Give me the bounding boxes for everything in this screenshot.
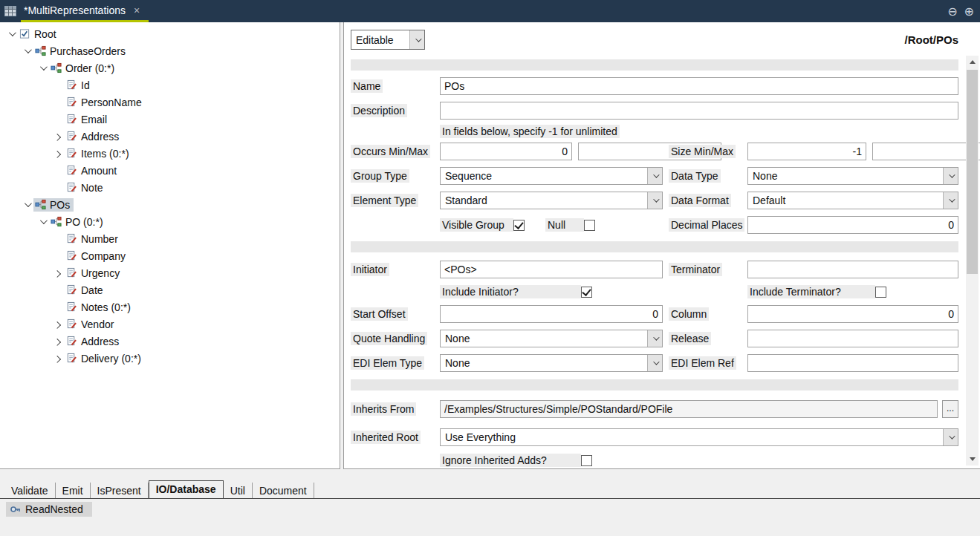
field-icon xyxy=(66,284,77,295)
quote-handling-select[interactable]: None xyxy=(440,330,663,347)
scrollbar-thumb[interactable] xyxy=(967,70,978,274)
tree-item-personname[interactable]: PersonName xyxy=(0,94,340,111)
data-type-label: Data Type xyxy=(669,169,721,183)
chevron-down-icon[interactable] xyxy=(36,62,49,75)
size-max-input[interactable] xyxy=(872,143,980,160)
inherited-root-select[interactable]: Use Everything xyxy=(440,428,958,446)
edi-elem-ref-label: EDI Elem Ref xyxy=(669,356,736,370)
tree-item-root[interactable]: Root xyxy=(0,25,340,42)
scroll-up-button[interactable] xyxy=(966,56,979,68)
column-input[interactable] xyxy=(747,305,958,323)
field-icon xyxy=(66,131,77,142)
occurs-min-input[interactable] xyxy=(440,143,572,160)
edi-elem-type-select[interactable]: None xyxy=(440,354,663,372)
chevron-down-icon[interactable] xyxy=(4,27,18,41)
tree-item-company[interactable]: Company xyxy=(0,247,340,264)
tab-emit[interactable]: Emit xyxy=(56,483,91,498)
chevron-down-icon[interactable] xyxy=(647,168,662,184)
chevron-down-icon[interactable] xyxy=(20,198,33,212)
null-checkbox[interactable] xyxy=(584,220,595,231)
close-icon[interactable]: × xyxy=(134,4,140,16)
include-initiator-label: Include Initiator? xyxy=(440,285,581,298)
chevron-right-icon[interactable] xyxy=(51,130,65,143)
chevron-right-icon[interactable] xyxy=(51,352,65,365)
tree-item-items[interactable]: Items (0:*) xyxy=(0,145,340,162)
chevron-right-icon[interactable] xyxy=(51,318,65,331)
visible-group-checkbox[interactable] xyxy=(513,220,525,231)
function-key-icon xyxy=(10,503,22,515)
tab-document[interactable]: Document xyxy=(253,483,314,498)
field-icon xyxy=(66,318,77,330)
tree-item-address[interactable]: Address xyxy=(0,128,340,145)
release-input[interactable] xyxy=(747,330,958,347)
field-icon xyxy=(66,250,77,261)
field-icon xyxy=(66,353,77,364)
chevron-down-icon[interactable] xyxy=(943,168,958,184)
tab-io-database[interactable]: IO/Database xyxy=(149,480,224,499)
tree-item-vendor[interactable]: Vendor xyxy=(0,316,340,333)
scrollbar-track[interactable] xyxy=(966,68,979,453)
maximize-button[interactable]: ⊕ xyxy=(964,4,974,19)
tree-item-number[interactable]: Number xyxy=(0,230,340,247)
data-format-label: Data Format xyxy=(669,194,731,207)
chevron-right-icon[interactable] xyxy=(51,147,65,160)
chevron-down-icon[interactable] xyxy=(409,30,424,49)
terminator-input[interactable] xyxy=(747,261,958,278)
tree-item-amount[interactable]: Amount xyxy=(0,162,340,179)
tree-item-pos[interactable]: POs xyxy=(0,196,340,213)
field-icon xyxy=(66,336,77,347)
chevron-right-icon[interactable] xyxy=(51,267,65,280)
include-initiator-checkbox[interactable] xyxy=(581,287,592,298)
edi-elem-ref-input[interactable] xyxy=(747,354,958,372)
document-tab[interactable]: *MultiRepresentations × xyxy=(21,0,149,22)
minimize-button[interactable]: ⊖ xyxy=(947,4,957,19)
include-terminator-checkbox[interactable] xyxy=(875,287,886,298)
tab-ispresent[interactable]: IsPresent xyxy=(91,483,149,498)
tree-item-id[interactable]: Id xyxy=(0,76,340,94)
description-input[interactable] xyxy=(440,102,958,120)
chevron-down-icon[interactable] xyxy=(943,192,958,209)
chevron-down-icon[interactable] xyxy=(943,429,958,445)
initiator-input[interactable] xyxy=(440,261,663,278)
section-divider xyxy=(351,59,958,71)
chevron-down-icon[interactable] xyxy=(647,355,662,371)
release-label: Release xyxy=(669,332,711,345)
name-input[interactable] xyxy=(440,77,958,95)
field-icon xyxy=(66,301,77,313)
editable-select[interactable]: Editable xyxy=(351,30,425,50)
decimal-places-input[interactable] xyxy=(747,216,958,234)
group-type-select[interactable]: Sequence xyxy=(440,167,663,185)
tab-validate[interactable]: Validate xyxy=(4,483,56,498)
chevron-right-icon[interactable] xyxy=(51,335,65,348)
chevron-down-icon[interactable] xyxy=(647,192,662,209)
tree-item-note[interactable]: Note xyxy=(0,179,340,196)
tree-item-date[interactable]: Date xyxy=(0,281,340,298)
element-type-select[interactable]: Standard xyxy=(440,192,663,209)
scroll-down-button[interactable] xyxy=(966,453,979,465)
chevron-down-icon[interactable] xyxy=(36,215,49,229)
tree-item-purchaseorders[interactable]: PurchaseOrders xyxy=(0,42,340,59)
browse-button[interactable]: ... xyxy=(942,400,958,418)
size-min-max-label: Size Min/Max xyxy=(669,145,736,158)
data-format-select[interactable]: Default xyxy=(747,192,958,209)
tree-item-address-2[interactable]: Address xyxy=(0,333,340,350)
script-item-readnested[interactable]: ReadNested xyxy=(6,502,92,517)
chevron-down-icon[interactable] xyxy=(20,45,33,58)
start-offset-input[interactable] xyxy=(440,305,663,323)
tree-item-notes[interactable]: Notes (0:*) xyxy=(0,298,340,316)
start-offset-label: Start Offset xyxy=(351,307,408,321)
ignore-inherited-adds-checkbox[interactable] xyxy=(581,455,592,466)
field-icon xyxy=(66,165,77,176)
tree-item-delivery[interactable]: Delivery (0:*) xyxy=(0,350,340,367)
tree-item-po[interactable]: PO (0:*) xyxy=(0,213,340,230)
data-type-select[interactable]: None xyxy=(747,167,958,185)
field-icon xyxy=(66,182,77,193)
tree-item-urgency[interactable]: Urgency xyxy=(0,264,340,281)
inherits-from-input[interactable] xyxy=(440,400,938,418)
chevron-down-icon[interactable] xyxy=(647,330,662,347)
tree-item-order[interactable]: Order (0:*) xyxy=(0,59,340,76)
tree-item-email[interactable]: Email xyxy=(0,111,340,128)
vertical-scrollbar[interactable] xyxy=(966,56,979,465)
size-min-input[interactable] xyxy=(747,143,866,160)
tab-util[interactable]: Util xyxy=(224,483,253,498)
